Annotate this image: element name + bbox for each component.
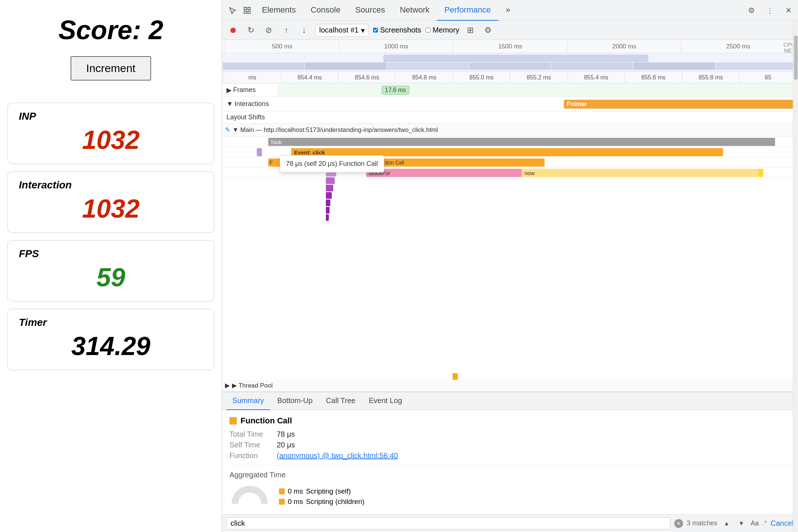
reload-record-icon[interactable]: ↻ xyxy=(244,24,258,37)
scrollbar-track[interactable] xyxy=(793,21,798,532)
session-selector[interactable]: localhost #1 ▾ xyxy=(315,24,369,37)
task-label: Task xyxy=(270,139,282,145)
screenshots-label: Screenshots xyxy=(380,26,421,34)
scripting-children-label: Scripting (children) xyxy=(306,498,364,506)
purple-bar-3 xyxy=(326,185,333,191)
perf-settings-icon[interactable]: ⚙ xyxy=(481,24,495,37)
screenshots-checkbox[interactable] xyxy=(373,28,378,33)
record-icon[interactable]: ⏺ xyxy=(226,24,240,37)
download-icon[interactable]: ↓ xyxy=(297,24,311,37)
tab-bottom-up[interactable]: Bottom-Up xyxy=(272,392,319,410)
clear-search-icon[interactable]: ✕ xyxy=(674,519,683,528)
frames-track-label: ▶ Frames xyxy=(222,86,277,94)
memory-checkbox[interactable] xyxy=(426,28,430,33)
score-title: Score: 2 xyxy=(58,15,163,45)
interactions-track-row: ▼ Interactions Pointer xyxy=(222,97,798,112)
tab-performance[interactable]: Performance xyxy=(437,0,498,21)
tab-summary[interactable]: Summary xyxy=(226,392,270,410)
scripting-self-dot xyxy=(279,488,285,494)
layout-shifts-content[interactable] xyxy=(277,112,798,123)
fps-label: FPS xyxy=(19,248,203,260)
function-call-label-bar[interactable]: Function Call xyxy=(372,158,545,167)
interaction-value: 1032 xyxy=(19,194,203,224)
memory-checkbox-label[interactable]: Memory xyxy=(426,26,459,34)
clear-icon[interactable]: ⊘ xyxy=(262,24,275,37)
tab-event-log[interactable]: Event Log xyxy=(363,392,408,410)
self-time-row: Self Time 20 μs xyxy=(229,441,791,449)
regex-icon[interactable]: .* xyxy=(763,519,767,527)
scripting-self-label: Scripting (self) xyxy=(306,487,351,495)
interaction-card: Interaction 1032 xyxy=(7,171,214,233)
ruler-mark-500: 500 ms xyxy=(225,40,339,53)
purple-bar-2 xyxy=(326,177,335,184)
screenshot-thumb xyxy=(469,62,551,70)
chevron-down-icon: ▾ xyxy=(361,26,365,35)
perf-toolbar: ⏺ ↻ ⊘ ↑ ↓ localhost #1 ▾ Screenshots Mem… xyxy=(222,21,798,40)
detail-mark-2: 854.6 ms xyxy=(338,72,395,83)
scripting-self-value: 0 ms xyxy=(288,487,303,495)
function-call-icon xyxy=(229,417,237,424)
match-count: 3 matches xyxy=(687,519,717,527)
screenshot-thumb xyxy=(387,62,469,70)
svg-rect-1 xyxy=(248,7,250,9)
increment-button[interactable]: Increment xyxy=(71,56,151,81)
tab-elements[interactable]: Elements xyxy=(255,0,303,21)
cpu-profile-icon[interactable]: ⊞ xyxy=(464,24,477,37)
tooltip-text: 78 μs (self 20 μs) Function Call xyxy=(286,160,378,167)
devtools-cursor-icon[interactable] xyxy=(225,6,240,14)
donut-chart xyxy=(229,484,270,509)
tab-console[interactable]: Console xyxy=(303,0,348,21)
interaction-label: Interaction xyxy=(19,179,203,191)
settings-gear-icon[interactable]: ⚙ xyxy=(745,4,758,17)
thread-pool-arrow: ▶ xyxy=(225,382,230,389)
total-time-value: 78 μs xyxy=(277,430,295,439)
ruler-marks: 500 ms 1000 ms 1500 ms 2000 ms 2500 ms xyxy=(225,40,795,53)
tab-more[interactable]: » xyxy=(498,0,518,21)
scrollbar-thumb[interactable] xyxy=(794,35,798,80)
screenshots-checkbox-label[interactable]: Screenshots xyxy=(373,26,421,34)
purple-bar-7 xyxy=(326,214,329,221)
now-label: now xyxy=(525,170,535,176)
ruler-mark-2000: 2000 ms xyxy=(567,40,681,53)
upload-icon[interactable]: ↑ xyxy=(280,24,293,37)
search-bar: ✕ 3 matches ▲ ▼ Aa .* Cancel xyxy=(222,514,798,532)
detail-mark-3: 854.8 ms xyxy=(395,72,453,83)
detail-mark-0: ms xyxy=(224,72,281,83)
edit-icon: ✎ xyxy=(225,126,230,134)
small-bar-1 xyxy=(257,148,262,156)
inp-label: INP xyxy=(19,110,203,122)
tab-call-tree[interactable]: Call Tree xyxy=(320,392,361,410)
task-row: Task xyxy=(222,137,798,147)
task-bar[interactable]: Task xyxy=(268,138,775,146)
detail-ruler: ms 854.4 ms 854.6 ms 854.8 ms 855.0 ms 8… xyxy=(222,72,798,83)
function-row: Function (anonymous) @ two_click.html:56… xyxy=(229,451,791,460)
search-next-button[interactable]: ▼ xyxy=(736,518,747,529)
detail-mark-7: 855.6 ms xyxy=(625,72,682,83)
interactions-track-content[interactable]: Pointer xyxy=(277,97,798,111)
svg-rect-2 xyxy=(244,11,246,13)
function-call-tooltip: 78 μs (self 20 μs) Function Call xyxy=(280,155,384,173)
more-options-icon[interactable]: ⋮ xyxy=(763,4,777,17)
inp-value: 1032 xyxy=(19,125,203,155)
bottom-tabs: Summary Bottom-Up Call Tree Event Log xyxy=(222,392,798,410)
svg-rect-3 xyxy=(248,11,250,13)
devtools-right-icons: ⚙ ⋮ ✕ xyxy=(745,4,795,17)
devtools-inspect-icon[interactable] xyxy=(240,6,255,14)
function-value-link[interactable]: (anonymous) @ two_click.html:56:40 xyxy=(277,451,398,460)
search-prev-button[interactable]: ▲ xyxy=(721,518,732,529)
timer-label: Timer xyxy=(19,317,203,328)
bottom-panel: Summary Bottom-Up Call Tree Event Log Fu… xyxy=(222,392,798,532)
main-thread-label: ▼ Main — http://localhost:5173/understan… xyxy=(232,126,438,134)
frames-track-content[interactable]: 17.6 ms xyxy=(277,83,798,96)
match-case-button[interactable]: Aa xyxy=(751,519,759,527)
session-selector-label: localhost #1 xyxy=(319,26,359,34)
timer-card: Timer 314.29 xyxy=(7,309,214,370)
now-bar[interactable]: now xyxy=(522,169,764,177)
detail-mark-5: 855.2 ms xyxy=(510,72,567,83)
tab-sources[interactable]: Sources xyxy=(348,0,392,21)
cancel-search-button[interactable]: Cancel xyxy=(771,519,794,528)
search-input[interactable] xyxy=(226,517,671,529)
tab-network[interactable]: Network xyxy=(392,0,437,21)
pointer-interaction-bar[interactable]: Pointer xyxy=(564,100,798,109)
close-icon[interactable]: ✕ xyxy=(782,4,795,17)
